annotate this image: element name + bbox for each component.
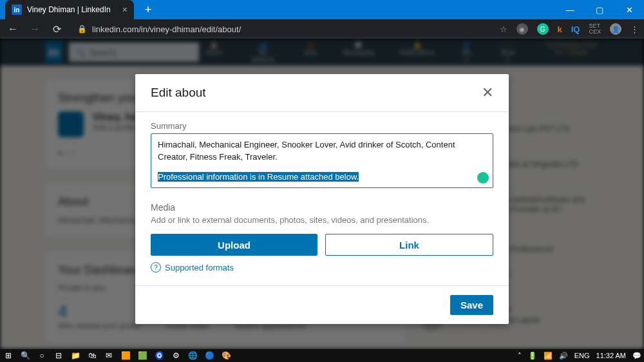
maximize-button[interactable]: ▢ xyxy=(585,0,614,19)
lock-icon: 🔒 xyxy=(77,24,87,33)
link-button[interactable]: Link xyxy=(325,234,493,256)
summary-textarea[interactable]: Himachali, Mechanical Engineer, Snooker … xyxy=(151,133,493,188)
browser-titlebar: in Viney Dhiman | LinkedIn × + — ▢ ✕ xyxy=(0,0,644,19)
media-label: Media xyxy=(151,202,493,213)
modal-footer: Save xyxy=(135,285,509,324)
app-icon[interactable]: 🟩 xyxy=(137,350,148,361)
save-button[interactable]: Save xyxy=(450,295,493,315)
language-indicator[interactable]: ENG xyxy=(574,352,590,359)
windows-taskbar: ⊞ 🔍 ○ ⊟ 📁 🛍 ✉ 🟧 🟩 🧿 ⚙ 🌐 🔵 🎨 ˄ 🔋 📶 🔊 ENG … xyxy=(0,349,644,362)
back-button[interactable]: ← xyxy=(5,23,21,35)
forward-button[interactable]: → xyxy=(27,23,43,35)
paint-icon[interactable]: 🎨 xyxy=(220,350,232,361)
camera-icon[interactable]: ◉ xyxy=(516,23,528,35)
star-icon[interactable]: ☆ xyxy=(500,24,507,34)
browser-tab[interactable]: in Viney Dhiman | LinkedIn × xyxy=(5,0,134,19)
chrome-icon[interactable]: 🔵 xyxy=(204,350,215,361)
app-icon[interactable]: 🧿 xyxy=(153,350,165,361)
modal-body: Summary Himachali, Mechanical Engineer, … xyxy=(135,112,509,285)
edit-about-modal: Edit about ✕ Summary Himachali, Mechanic… xyxy=(135,74,509,324)
cortana-icon[interactable]: ○ xyxy=(36,350,48,361)
address-bar[interactable]: 🔒 linkedin.com/in/viney-dhiman/edit/abou… xyxy=(71,24,493,34)
explorer-icon[interactable]: 📁 xyxy=(70,350,81,361)
new-tab-button[interactable]: + xyxy=(139,1,157,19)
settings-icon[interactable]: ⚙ xyxy=(170,350,182,361)
start-button[interactable]: ⊞ xyxy=(3,350,14,361)
ext-iq-icon[interactable]: IQ xyxy=(571,24,580,34)
window-controls: — ▢ ✕ xyxy=(555,0,644,19)
modal-title: Edit about xyxy=(151,86,206,100)
search-icon[interactable]: 🔍 xyxy=(19,350,31,361)
media-buttons: Upload Link xyxy=(151,234,493,256)
ext-setcex-icon[interactable]: SETCEX xyxy=(589,23,601,35)
grammarly-icon[interactable]: G xyxy=(537,23,549,35)
modal-header: Edit about ✕ xyxy=(135,74,509,112)
supported-formats-link[interactable]: ? Supported formats xyxy=(151,262,493,272)
close-tab-icon[interactable]: × xyxy=(122,5,128,15)
app-icon[interactable]: 🟧 xyxy=(120,350,131,361)
volume-icon[interactable]: 🔊 xyxy=(559,352,568,360)
linkedin-favicon: in xyxy=(12,5,22,15)
summary-label: Summary xyxy=(151,121,493,131)
url-text: linkedin.com/in/viney-dhiman/edit/about/ xyxy=(92,24,241,34)
close-window-button[interactable]: ✕ xyxy=(614,0,644,19)
upload-button[interactable]: Upload xyxy=(151,234,317,256)
browser-toolbar: ← → ⟳ 🔒 linkedin.com/in/viney-dhiman/edi… xyxy=(0,19,644,39)
notifications-icon[interactable]: 💬 xyxy=(632,352,641,360)
question-icon: ? xyxy=(151,262,161,272)
tray-up-icon[interactable]: ˄ xyxy=(518,352,522,360)
wifi-icon[interactable]: 📶 xyxy=(544,352,553,360)
summary-text-line1: Himachali, Mechanical Engineer, Snooker … xyxy=(158,139,486,164)
edge-icon[interactable]: 🌐 xyxy=(187,350,198,361)
menu-icon[interactable]: ⋮ xyxy=(630,24,639,34)
tab-title: Viney Dhiman | LinkedIn xyxy=(27,5,111,14)
summary-text-selected: Professional information is in Resume at… xyxy=(158,172,359,182)
close-icon[interactable]: ✕ xyxy=(482,84,493,101)
media-description: Add or link to external documents, photo… xyxy=(151,215,493,225)
taskview-icon[interactable]: ⊟ xyxy=(53,350,64,361)
profile-avatar-icon[interactable]: 👤 xyxy=(610,23,621,35)
reload-button[interactable]: ⟳ xyxy=(49,23,64,35)
ext-k-icon[interactable]: k xyxy=(558,24,562,34)
grammarly-icon[interactable] xyxy=(477,172,489,184)
extension-icons: ☆ ◉ G k IQ SETCEX 👤 ⋮ xyxy=(500,23,639,35)
store-icon[interactable]: 🛍 xyxy=(86,350,98,361)
mail-icon[interactable]: ✉ xyxy=(103,350,115,361)
minimize-button[interactable]: — xyxy=(555,0,585,19)
clock[interactable]: 11:32 AM xyxy=(596,352,626,359)
battery-icon[interactable]: 🔋 xyxy=(528,352,537,360)
